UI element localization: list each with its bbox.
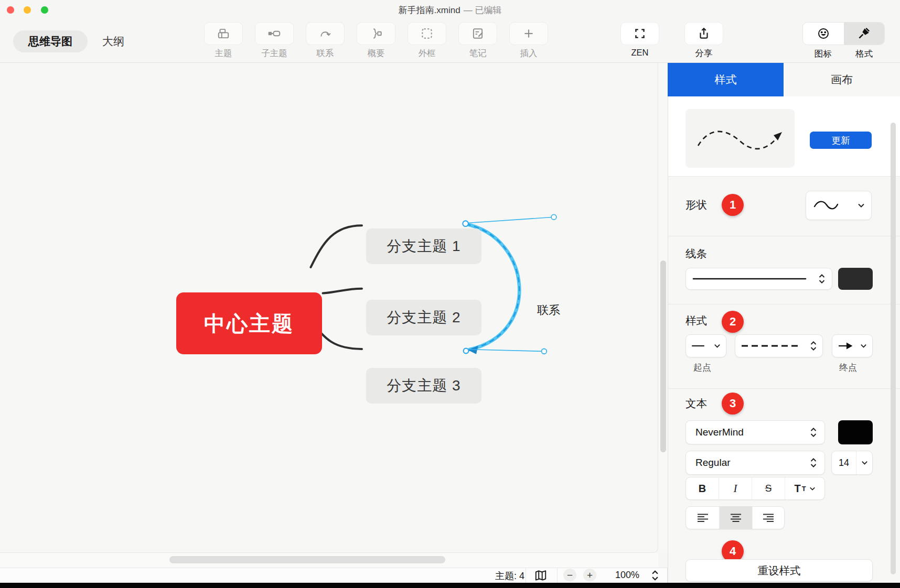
chevron-down-icon xyxy=(860,343,867,349)
zen-mode-label: ZEN xyxy=(620,48,659,58)
updown-chevron-icon xyxy=(818,273,826,285)
font-size-dropdown[interactable]: 14 xyxy=(831,451,873,475)
end-point-label: 终点 xyxy=(839,362,857,374)
tab-outline-label: 大纲 xyxy=(102,34,124,49)
branch2-connector xyxy=(323,289,362,293)
branch-topic-1[interactable]: 分支主题 1 xyxy=(366,228,481,264)
share-button[interactable]: 分享 xyxy=(684,22,723,59)
dash-pattern-stepper[interactable] xyxy=(735,334,823,357)
font-size-value: 14 xyxy=(832,451,856,474)
tab-outline[interactable]: 大纲 xyxy=(98,30,129,52)
badge-2: 2 xyxy=(722,311,744,333)
arrow-line-end-icon xyxy=(838,342,852,350)
boundary-button[interactable]: 外框 xyxy=(408,22,446,59)
tab-canvas[interactable]: 画布 xyxy=(784,63,900,96)
share-button-label: 分享 xyxy=(684,48,723,59)
vertical-scrollbar[interactable] xyxy=(660,260,666,452)
relationship-label[interactable]: 联系 xyxy=(537,302,560,318)
branch1-connector xyxy=(310,225,361,267)
italic-button[interactable]: I xyxy=(719,477,752,499)
reset-style-button[interactable]: 重设样式 xyxy=(685,559,873,582)
tab-mindmap-label: 思维导图 xyxy=(28,34,72,49)
line-start-dropdown[interactable] xyxy=(685,334,726,357)
map-icon xyxy=(534,569,548,582)
dashed-line-icon xyxy=(741,344,802,347)
xmind-window: 新手指南.xmind— 已编辑 思维导图 大纲 主题 子主题 联系 概要 外框 … xyxy=(0,0,900,588)
dashed-curve-preview-icon xyxy=(690,113,790,164)
relationship-control-handle-start[interactable] xyxy=(551,214,556,220)
relationship-button[interactable]: 联系 xyxy=(306,22,345,59)
boundary-icon xyxy=(420,27,434,40)
icon-tab-button[interactable] xyxy=(803,23,844,45)
zoom-in-button[interactable]: + xyxy=(583,569,596,582)
panel-scrollbar[interactable] xyxy=(891,123,896,574)
zoom-out-button[interactable]: − xyxy=(563,569,576,582)
icon-format-segmented-control xyxy=(802,22,885,45)
zen-mode-button[interactable]: ZEN xyxy=(620,22,659,58)
zoom-level: 100% xyxy=(608,570,646,581)
relationship-control-handle-end[interactable] xyxy=(542,349,547,354)
bold-button[interactable]: B xyxy=(686,477,719,499)
chevron-down-icon xyxy=(858,203,865,208)
curve-shape-icon xyxy=(812,199,840,212)
topic-button[interactable]: 主题 xyxy=(204,22,243,59)
badge-3: 3 xyxy=(722,393,744,415)
align-left-button[interactable] xyxy=(686,507,719,529)
tab-style[interactable]: 样式 xyxy=(668,63,784,96)
badge-1-number: 1 xyxy=(730,198,736,212)
updown-chevron-icon xyxy=(810,427,817,438)
line-width-stepper[interactable] xyxy=(685,268,832,290)
format-tab-label: 格式 xyxy=(844,48,885,60)
text-case-button[interactable]: TT xyxy=(785,477,824,499)
section-divider xyxy=(668,388,900,389)
relationship-label-text: 联系 xyxy=(537,303,560,317)
updown-chevron-icon xyxy=(810,457,817,469)
badge-4-number: 4 xyxy=(730,545,736,558)
tab-style-label: 样式 xyxy=(715,72,737,87)
align-left-icon xyxy=(697,513,709,522)
update-button[interactable]: 更新 xyxy=(810,132,872,149)
line-color-swatch[interactable] xyxy=(838,268,873,290)
relationship-endpoint-end[interactable] xyxy=(464,349,469,354)
branch-topic-2[interactable]: 分支主题 2 xyxy=(366,300,481,335)
summary-button[interactable]: 概要 xyxy=(357,22,395,59)
zoom-stepper[interactable] xyxy=(650,569,660,582)
shape-dropdown[interactable] xyxy=(806,191,872,220)
text-section-label: 文本 xyxy=(685,396,707,411)
branch-topic-3[interactable]: 分支主题 3 xyxy=(366,368,481,404)
horizontal-scrollbar[interactable] xyxy=(169,556,445,563)
bold-label: B xyxy=(699,483,706,495)
align-right-button[interactable] xyxy=(753,507,784,529)
start-point-label: 起点 xyxy=(693,362,711,374)
line-end-dropdown[interactable] xyxy=(832,334,873,357)
align-center-button[interactable] xyxy=(720,507,752,529)
section-divider xyxy=(668,236,900,236)
toolbar xyxy=(0,19,900,63)
align-center-icon xyxy=(730,513,742,522)
font-weight-dropdown[interactable]: Regular xyxy=(685,451,825,475)
topic-button-label: 主题 xyxy=(204,48,243,59)
section-divider xyxy=(668,176,900,177)
update-button-label: 更新 xyxy=(832,134,850,147)
relationship-endpoint-start[interactable] xyxy=(463,221,468,226)
font-color-swatch[interactable] xyxy=(838,420,873,444)
italic-label: I xyxy=(734,482,737,495)
text-align-button-group xyxy=(685,506,785,529)
chevron-down-icon xyxy=(809,486,816,491)
tab-mindmap[interactable]: 思维导图 xyxy=(13,30,88,52)
insert-button[interactable]: 插入 xyxy=(509,22,548,59)
map-overview-button[interactable] xyxy=(534,569,548,582)
note-button[interactable]: 笔记 xyxy=(458,22,497,59)
section-divider xyxy=(668,304,900,304)
subtopic-button[interactable]: 子主题 xyxy=(255,22,294,59)
central-topic[interactable]: 中心主题 xyxy=(176,292,322,354)
icon-tab-label: 图标 xyxy=(802,48,844,60)
font-family-dropdown[interactable]: NeverMind xyxy=(685,420,825,444)
smiley-icon xyxy=(817,27,830,40)
font-weight-value: Regular xyxy=(695,457,731,469)
relationship-control-line-end xyxy=(470,350,544,352)
strikethrough-button[interactable]: S xyxy=(752,477,785,499)
share-icon xyxy=(697,27,711,40)
format-tab-button[interactable] xyxy=(844,23,885,45)
document-name: 新手指南.xmind xyxy=(399,5,460,15)
